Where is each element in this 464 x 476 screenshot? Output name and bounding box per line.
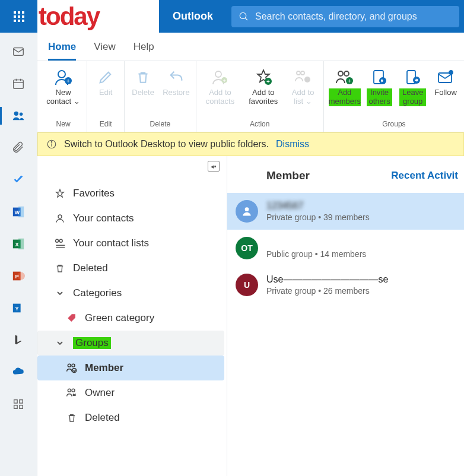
nav-your-contacts-label: Your contacts [73, 212, 134, 224]
nav-member-label: Member [85, 362, 123, 374]
add-members-button[interactable]: + Add members [328, 65, 362, 119]
trash-icon [55, 263, 65, 274]
svg-text:P: P [15, 274, 19, 280]
tab-help[interactable]: Help [134, 41, 154, 61]
add-to-favorites-button[interactable]: + Add to favorites [243, 65, 284, 119]
svg-point-57 [68, 389, 71, 392]
ribbon-tabs: Home View Help [37, 33, 464, 61]
members-plus-icon: + [335, 69, 355, 85]
pencil-icon [97, 69, 114, 85]
svg-point-33 [301, 71, 304, 75]
delete-label: Delete [132, 88, 154, 97]
svg-rect-20 [14, 400, 18, 404]
app-name: Outlook [173, 10, 213, 23]
restore-button: Restore [160, 65, 192, 119]
search-input[interactable] [255, 11, 452, 22]
rail-yammer[interactable]: Y [10, 301, 27, 315]
info-icon [46, 139, 57, 150]
invite-others-label: Invite others [367, 88, 393, 106]
owner-icon [66, 388, 78, 398]
nav-your-contact-lists-label: Your contact lists [73, 237, 149, 249]
ribbon-group-label-groups: Groups [382, 119, 405, 131]
rail-todo[interactable] [10, 173, 27, 187]
detail-title: Member [266, 169, 310, 182]
group-name: O——— T——— [266, 237, 366, 248]
add-to-favorites-label: Add to favorites [245, 88, 281, 106]
word-icon: W [11, 205, 26, 218]
group-avatar: OT [236, 237, 258, 259]
nav-your-contact-lists[interactable]: Your contact lists [37, 231, 224, 256]
tab-home[interactable]: Home [48, 41, 76, 61]
tab-view[interactable]: View [94, 41, 116, 61]
svg-rect-13 [18, 239, 24, 249]
edit-button: Edit [91, 65, 120, 119]
invite-icon [371, 69, 389, 85]
svg-point-45 [449, 71, 453, 74]
nav-deleted[interactable]: Deleted [37, 256, 224, 281]
svg-point-59 [245, 207, 249, 211]
group-row[interactable]: 1234567Private group • 39 members [227, 193, 464, 230]
svg-point-27 [215, 71, 221, 77]
nav-owner[interactable]: Owner [37, 380, 224, 405]
nav-member[interactable]: Member [37, 356, 224, 380]
group-name: Use——————————se [266, 274, 388, 285]
svg-point-55 [72, 364, 75, 367]
group-desc: Private group • 39 members [266, 212, 370, 222]
nav-categories[interactable]: Categories [37, 281, 224, 306]
group-desc: Public group • 14 members [266, 249, 366, 259]
svg-point-32 [297, 71, 300, 75]
todo-icon [11, 173, 26, 186]
svg-text:+: + [266, 78, 270, 85]
nav-green-category[interactable]: Green category [37, 306, 224, 331]
nav-deleted-groups[interactable]: Deleted [37, 405, 224, 430]
svg-point-48 [51, 142, 52, 143]
group-avatar: U [236, 274, 258, 296]
rail-mail[interactable] [10, 45, 27, 59]
rail-word[interactable]: W [10, 205, 27, 219]
nav-collapse-button[interactable]: ◂▪ [208, 161, 220, 172]
group-row[interactable]: OTO——— T———Public group • 14 members [227, 230, 464, 266]
trash-icon [66, 412, 77, 423]
follow-icon [436, 69, 455, 85]
star-icon [55, 188, 65, 199]
dismiss-link[interactable]: Dismiss [276, 139, 309, 150]
add-to-list-button: + Add to list ⌄ [286, 65, 320, 119]
rail-calendar[interactable] [10, 77, 27, 91]
nav-your-contacts[interactable]: Your contacts [37, 206, 224, 231]
onedrive-icon [11, 366, 26, 379]
rail-files[interactable] [10, 141, 27, 155]
svg-point-37 [344, 71, 349, 76]
yammer-icon: Y [11, 302, 26, 315]
rail-more-apps[interactable] [10, 397, 27, 411]
new-contact-button[interactable]: + New contact ⌄ [43, 65, 83, 119]
leave-group-button[interactable]: Leave group [397, 65, 428, 119]
leave-group-label: Leave group [399, 88, 426, 106]
search-icon [239, 11, 249, 22]
nav-favorites[interactable]: Favorites [37, 181, 224, 206]
rail-onedrive[interactable] [10, 365, 27, 379]
group-info: 1234567Private group • 39 members [266, 201, 370, 222]
nav-groups[interactable]: Groups [37, 331, 224, 356]
invite-others-button[interactable]: Invite others [364, 65, 395, 119]
search-box[interactable] [231, 6, 459, 27]
group-row[interactable]: UUse——————————sePrivate group • 26 membe… [227, 266, 464, 303]
edit-label: Edit [99, 88, 112, 97]
rail-excel[interactable]: X [10, 237, 27, 251]
follow-button[interactable]: Follow [431, 65, 460, 119]
nav-categories-label: Categories [73, 287, 122, 299]
mail-icon [11, 45, 26, 58]
nav-green-category-label: Green category [85, 312, 154, 324]
rail-bing[interactable] [10, 333, 27, 347]
svg-text:+: + [306, 77, 309, 83]
ribbon-group-label-new: New [56, 119, 71, 131]
svg-rect-22 [14, 405, 18, 409]
rail-people[interactable] [10, 109, 27, 123]
group-desc: Private group • 26 members [266, 286, 388, 296]
recent-activity-link[interactable]: Recent Activit [391, 170, 458, 182]
svg-point-49 [58, 215, 62, 218]
rail-powerpoint[interactable]: P [10, 269, 27, 283]
ribbon-group-action: + Add to contacts + Add to favorites + A… [196, 61, 324, 132]
nav-owner-label: Owner [85, 387, 115, 399]
ribbon: + New contact ⌄ New Edit Edit [37, 61, 464, 132]
app-launcher[interactable] [0, 0, 37, 33]
